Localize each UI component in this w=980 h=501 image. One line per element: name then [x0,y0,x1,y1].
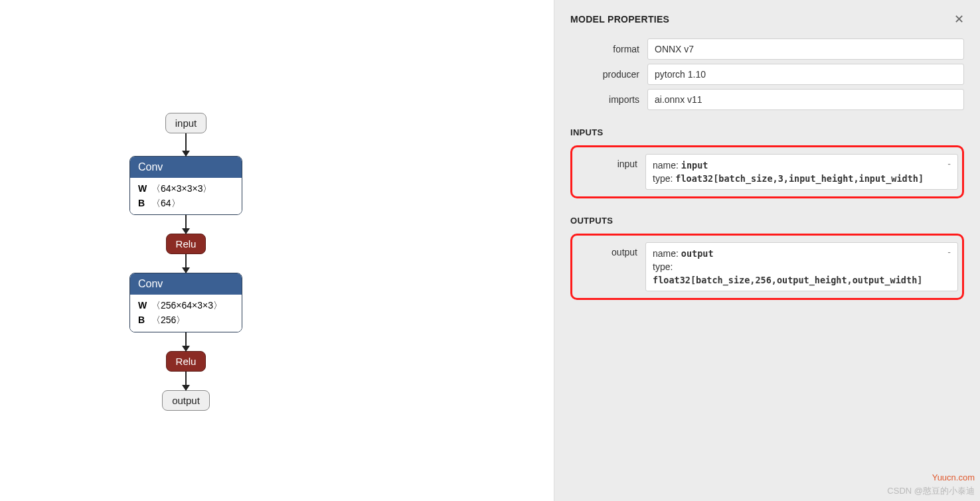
edge [185,332,187,351]
inputs-highlight: input - name: input type: float32[batch_… [570,145,964,198]
node-conv-2-attrs: W〈256×64×3×3〉 B〈256〉 [130,295,242,331]
node-conv-1[interactable]: Conv W〈64×3×3×3〉 B〈64〉 [129,156,242,215]
node-relu-1[interactable]: Relu [166,234,206,254]
app-root: input Conv W〈64×3×3×3〉 B〈64〉 Relu Conv W… [0,0,980,501]
prop-row-format: format ONNX v7 [570,38,964,60]
collapse-icon[interactable]: - [947,247,951,257]
watermark-site: Yuucn.com [932,472,975,482]
output-row-label: output [576,242,645,291]
collapse-icon[interactable]: - [947,159,951,169]
node-conv-2-title: Conv [130,273,242,295]
node-conv-1-title: Conv [130,157,242,178]
prop-value-producer[interactable]: pytorch 1.10 [647,64,964,85]
node-conv-2[interactable]: Conv W〈256×64×3×3〉 B〈256〉 [129,273,242,332]
close-icon[interactable]: ✕ [954,13,964,25]
panel-title: MODEL PROPERTIES [570,14,669,25]
model-graph: input Conv W〈64×3×3×3〉 B〈64〉 Relu Conv W… [86,113,286,411]
edge [185,372,187,390]
outputs-highlight: output - name: output type: float32[batc… [570,234,964,300]
panel-header: MODEL PROPERTIES ✕ [570,13,964,25]
graph-canvas[interactable]: input Conv W〈64×3×3×3〉 B〈64〉 Relu Conv W… [0,0,554,501]
edge [185,215,187,234]
edge [185,254,187,273]
prop-label: format [570,44,647,54]
output-details[interactable]: - name: output type: float32[batch_size,… [645,242,958,291]
prop-value-imports[interactable]: ai.onnx v11 [647,89,964,110]
input-row-label: input [576,154,645,190]
section-outputs-title: OUTPUTS [570,216,964,226]
input-row: input - name: input type: float32[batch_… [576,154,958,190]
watermark-credit: CSDN @憨豆的小泰迪 [887,485,975,497]
node-output[interactable]: output [162,390,210,411]
output-row: output - name: output type: float32[batc… [576,242,958,291]
node-input[interactable]: input [165,113,207,133]
prop-value-format[interactable]: ONNX v7 [647,38,964,60]
section-inputs-title: INPUTS [570,127,964,137]
prop-row-imports: imports ai.onnx v11 [570,89,964,110]
prop-label: imports [570,94,647,105]
edge [185,133,187,156]
node-conv-1-attrs: W〈64×3×3×3〉 B〈64〉 [130,178,242,214]
node-relu-2[interactable]: Relu [166,351,206,372]
input-details[interactable]: - name: input type: float32[batch_size,3… [645,154,958,190]
prop-row-producer: producer pytorch 1.10 [570,64,964,85]
properties-panel: MODEL PROPERTIES ✕ format ONNX v7 produc… [554,0,980,501]
prop-label: producer [570,69,647,80]
